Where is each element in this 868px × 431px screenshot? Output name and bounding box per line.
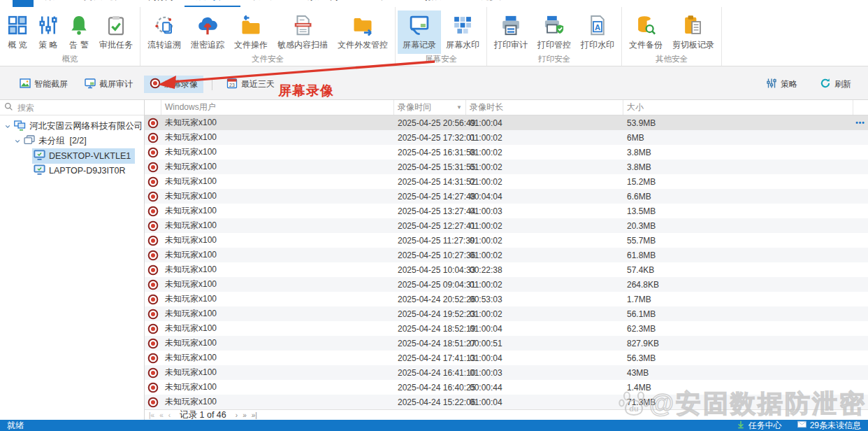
tree-item[interactable]: 河北安固云网络科技有限公司 [2/2] [0,119,144,134]
tree-item[interactable]: 未分组 [2/2] [0,134,144,148]
prev-block-button[interactable]: « [159,411,164,419]
ribbon-button-print-control[interactable]: 打印管控 [533,10,576,54]
sliders-icon [38,13,59,37]
ribbon-button-file-out[interactable]: 文件外发管控 [333,10,393,54]
column-header[interactable]: 录像时长 [466,100,623,115]
table-row[interactable]: 未知玩家x1002025-04-25 14:31:5201:00:0215.2M… [145,174,868,189]
search-box[interactable] [0,100,144,115]
ribbon-tab[interactable]: 报表中心 [414,0,470,7]
ribbon-tab[interactable]: 文档加密 [73,0,129,7]
table-row[interactable]: 未知玩家x1002025-04-25 10:27:3601:00:0261.8M… [145,248,868,262]
cell-size: 55.7MB [623,233,853,248]
cell-duration: 00:00:44 [466,380,623,395]
tree-item[interactable]: LAPTOP-D9J3IT0R [0,163,144,178]
toolbar-button-screen-audit[interactable]: 截屏审计 [79,76,138,93]
cell-user: 未知玩家x100 [161,145,394,160]
table-row[interactable]: 未知玩家x1002025-04-25 09:04:3101:00:02264.8… [145,277,868,292]
ribbon-group-label: 概览 [2,54,138,66]
table-row[interactable]: 未知玩家x1002025-04-24 18:51:2700:00:51827.9… [145,336,868,351]
table-row[interactable]: 未知玩家x1002025-04-24 20:52:2600:53:031.7MB [145,292,868,306]
ribbon-button-sliders[interactable]: 策 略 [33,10,64,54]
column-header-spacer [853,100,867,115]
ribbon-button-screen-watermark[interactable]: 屏幕水印 [441,10,484,54]
first-page-button[interactable]: |« [149,411,154,419]
table-row[interactable]: 未知玩家x1002025-04-25 11:27:3901:00:0255.7M… [145,233,868,248]
chevron-down-icon[interactable] [3,123,13,130]
search-input[interactable] [17,103,140,113]
table-row[interactable]: 未知玩家x1002025-04-25 20:56:4901:00:0453.9M… [145,115,868,130]
cell-size: 3.8MB [623,160,853,174]
ribbon-button-print-watermark[interactable]: A打印水印 [576,10,619,54]
app-window: 开始文档加密上网行为数据安全设备管理系统&网络运维中心报表中心更多功能 概 览策… [0,0,868,431]
toolbar-button-smart-capture[interactable]: 智能截屏 [14,76,73,93]
next-page-button[interactable]: › [236,411,238,419]
ribbon-button-screen-record[interactable]: 屏幕记录 [398,10,441,54]
ribbon-button-label: 审批任务 [99,39,133,51]
ribbon-tab[interactable]: 设备管理 [240,0,296,7]
table-row[interactable]: 未知玩家x1002025-04-25 14:27:4800:04:046.6MB [145,189,868,204]
ribbon-button-print-audit[interactable]: 打印审计 [489,10,533,54]
status-text: 就绪 [7,420,24,431]
ribbon-button-trace[interactable]: 流转追溯 [143,10,186,54]
ribbon-button-backup[interactable]: 文件备份 [624,10,667,54]
column-header[interactable]: 大小 [623,100,853,115]
toolbar-button-calendar[interactable]: 23最近三天 [221,76,280,93]
ribbon-tab[interactable]: 上网行为 [129,0,185,7]
chevron-down-icon[interactable] [13,138,22,145]
prev-page-button[interactable]: ‹ [168,411,171,419]
cell-size: 1.7MB [623,292,853,306]
table-row[interactable]: 未知玩家x1002025-04-25 17:32:0101:00:026MB [145,130,868,145]
app-menu-button[interactable] [13,0,34,7]
table-row[interactable]: 未知玩家x1002025-04-24 16:40:2500:00:441.4MB [145,380,868,395]
record-icon [145,380,161,395]
cell-time: 2025-04-25 13:27:44 [394,204,466,218]
ribbon-button-bell[interactable]: 告 警 [64,10,94,54]
cell-size: 827.9KB [623,336,853,351]
cell-user: 未知玩家x100 [161,292,394,306]
ribbon-button-grid[interactable]: 概 览 [2,10,33,54]
table-row[interactable]: 未知玩家x1002025-04-25 12:27:4101:00:0220.3M… [145,218,868,233]
toolbar-button-refresh[interactable]: 刷新 [814,76,857,93]
ribbon-button-scan[interactable]: 敏感内容扫描 [273,10,333,54]
ribbon-tab[interactable]: 开始 [34,0,73,7]
tree-item[interactable]: DESKTOP-VLKTLE1 [0,148,144,163]
sort-desc-icon[interactable]: ▼ [456,104,462,111]
ribbon-tab[interactable]: 系统&网络 [296,0,358,7]
toolbar-button-record[interactable]: 屏幕录像 [144,76,203,93]
column-header-icon [145,100,161,115]
ribbon-group: 概 览策 略告 警审批任务概览 [0,7,140,66]
clipboard-icon [683,13,704,37]
record-icon [145,277,161,292]
cell-user: 未知玩家x100 [161,174,394,189]
cell-duration: 01:00:02 [466,160,623,174]
toolbar-button-policy[interactable]: 策略 [760,76,803,93]
row-actions-button[interactable]: ••• [855,119,865,127]
last-page-button[interactable]: »| [252,411,257,419]
ribbon-button-approve[interactable]: 审批任务 [94,10,138,54]
table-row[interactable]: 未知玩家x1002025-04-25 16:31:5801:00:023.8MB [145,145,868,160]
table-row[interactable]: 未知玩家x1002025-04-24 16:41:1001:00:0343MB [145,365,868,380]
ribbon-button-clipboard[interactable]: 剪切板记录 [667,10,719,54]
ribbon-tab[interactable]: 更多功能 [470,0,526,7]
unread-messages-button[interactable]: 29条未读信息 [797,420,861,431]
download-arrow-icon [737,421,745,431]
task-center-button[interactable]: 任务中心 [737,420,782,431]
ribbon-button-leak[interactable]: 泄密追踪 [186,10,229,54]
next-block-button[interactable]: » [243,411,247,419]
table-row[interactable]: 未知玩家x1002025-04-24 15:22:0601:00:0471.3M… [145,395,868,409]
table-row[interactable]: 未知玩家x1002025-04-25 15:31:5501:00:023.8MB [145,160,868,174]
table-row[interactable]: 未知玩家x1002025-04-25 10:04:3300:22:3857.4K… [145,262,868,277]
column-header[interactable]: Windows用户 [161,100,394,115]
table-row[interactable]: 未知玩家x1002025-04-24 18:52:1901:00:0462.3M… [145,321,868,336]
ribbon-button-file-op[interactable]: 文件操作 [229,10,273,54]
column-header[interactable]: 录像时间▼ [394,100,466,115]
ribbon-button-label: 概 览 [8,39,27,51]
record-icon [145,233,161,248]
table-row[interactable]: 未知玩家x1002025-04-24 19:52:2301:00:0256.1M… [145,306,868,321]
ribbon-tab[interactable]: 运维中心 [358,0,414,7]
recordings-table: Windows用户录像时间▼录像时长大小 未知玩家x1002025-04-25 … [145,100,868,420]
table-row[interactable]: 未知玩家x1002025-04-24 17:41:1301:00:0456.3M… [145,351,868,365]
table-row[interactable]: 未知玩家x1002025-04-25 13:27:4401:00:0313.5M… [145,204,868,218]
ribbon-tab[interactable]: 数据安全 [185,0,240,7]
cell-time: 2025-04-24 17:41:13 [394,351,466,365]
